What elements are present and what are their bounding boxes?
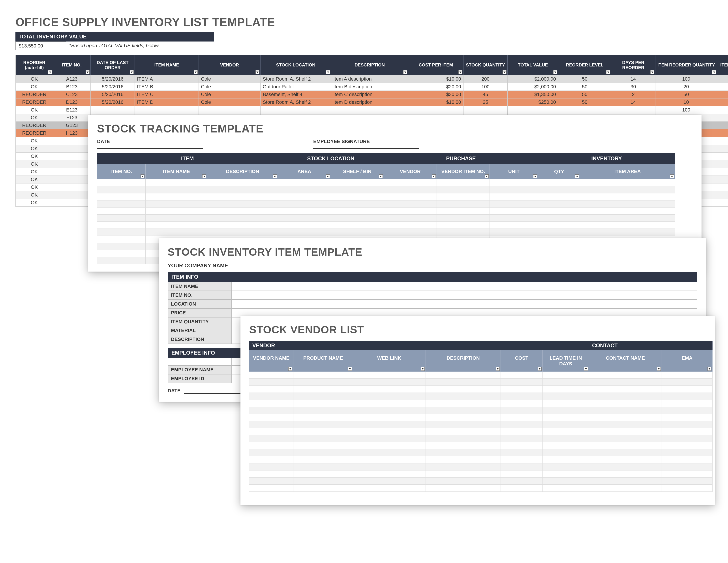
table-cell[interactable] [589,407,662,414]
table-cell[interactable] [331,106,408,114]
table-cell[interactable]: 100 [655,106,717,114]
table-cell[interactable] [662,414,713,421]
table-cell[interactable] [490,222,538,229]
table-cell[interactable] [97,250,146,257]
table-cell[interactable] [53,137,91,145]
table-cell[interactable]: $10.00 [408,75,463,83]
table-cell[interactable] [293,449,353,456]
table-cell[interactable] [331,193,384,200]
table-cell[interactable]: OK [16,83,53,91]
table-cell[interactable] [437,179,490,186]
table-cell[interactable] [490,179,538,186]
table-cell[interactable] [293,463,353,471]
filter-dropdown-icon[interactable] [707,367,711,371]
table-cell[interactable] [662,435,713,442]
table-cell[interactable] [97,193,146,200]
table-cell[interactable]: 2 [611,91,655,98]
table-cell[interactable] [293,485,353,492]
table-cell[interactable] [353,478,426,485]
table-cell[interactable] [249,393,293,400]
table-cell[interactable] [717,145,728,152]
table-cell[interactable] [662,471,713,478]
table-cell[interactable]: Item A description [331,75,408,83]
table-cell[interactable] [662,485,713,492]
table-cell[interactable]: REORDER [16,98,53,106]
column-header[interactable]: REORDER LEVEL [558,55,611,75]
table-cell[interactable]: A123 [53,75,91,83]
filter-dropdown-icon[interactable] [657,367,661,371]
column-header[interactable]: COST PER ITEM [408,55,463,75]
table-cell[interactable] [293,372,353,379]
column-header[interactable]: VENDOR ITEM NO. [437,164,490,179]
table-cell[interactable] [53,176,91,183]
field-value[interactable] [232,282,697,291]
table-cell[interactable] [717,152,728,160]
table-cell[interactable] [249,449,293,456]
table-cell[interactable] [207,179,278,186]
table-cell[interactable]: Cole [199,91,261,98]
table-cell[interactable] [426,471,501,478]
column-header[interactable]: WEB LINK [353,351,426,372]
table-cell[interactable] [543,463,589,471]
column-header[interactable]: EMA [662,351,713,372]
table-cell[interactable] [662,372,713,379]
filter-dropdown-icon[interactable] [326,174,330,178]
table-cell[interactable] [501,421,543,428]
table-cell[interactable] [249,379,293,386]
table-cell[interactable] [293,442,353,449]
table-cell[interactable] [717,91,728,98]
table-cell[interactable] [293,407,353,414]
filter-dropdown-icon[interactable] [670,174,674,178]
table-cell[interactable] [580,193,675,200]
column-header[interactable]: ITEM NO. [53,55,91,75]
table-cell[interactable] [207,200,278,207]
table-cell[interactable] [580,179,675,186]
table-cell[interactable] [426,379,501,386]
table-cell[interactable] [580,214,675,222]
column-header[interactable]: UNIT [490,164,538,179]
table-cell[interactable] [426,449,501,456]
table-cell[interactable] [353,449,426,456]
table-cell[interactable]: OK [16,160,53,168]
table-cell[interactable] [437,214,490,222]
table-cell[interactable]: 200 [463,75,508,83]
table-cell[interactable] [543,421,589,428]
table-cell[interactable] [278,214,331,222]
table-cell[interactable]: 100 [463,83,508,91]
table-cell[interactable]: OK [16,106,53,114]
filter-dropdown-icon[interactable] [650,70,654,74]
table-cell[interactable] [543,428,589,435]
table-cell[interactable] [353,386,426,393]
table-cell[interactable]: 5/20/2016 [91,91,135,98]
table-cell[interactable] [384,186,437,193]
field-value[interactable] [232,300,697,309]
table-cell[interactable] [580,186,675,193]
table-cell[interactable] [580,229,675,236]
filter-dropdown-icon[interactable] [379,174,383,178]
table-cell[interactable]: 50 [655,91,717,98]
table-cell[interactable]: OK [16,199,53,207]
table-cell[interactable]: C123 [53,91,91,98]
table-cell[interactable]: OK [16,176,53,183]
table-cell[interactable]: Item D description [331,98,408,106]
signature-field[interactable] [313,144,419,149]
table-cell[interactable] [384,207,437,214]
table-cell[interactable] [543,449,589,456]
table-cell[interactable]: ITEM A [135,75,199,83]
table-cell[interactable] [97,243,146,250]
table-cell[interactable]: 100 [655,75,717,83]
table-cell[interactable]: OK [16,114,53,122]
table-cell[interactable] [146,222,207,229]
table-cell[interactable]: 30 [611,83,655,91]
table-cell[interactable]: Cole [199,98,261,106]
table-cell[interactable]: OK [16,152,53,160]
filter-dropdown-icon[interactable] [485,174,489,178]
table-cell[interactable] [717,122,728,129]
table-cell[interactable] [501,400,543,407]
table-cell[interactable] [353,485,426,492]
filter-dropdown-icon[interactable] [48,70,52,74]
table-cell[interactable]: 14 [611,75,655,83]
table-cell[interactable] [437,222,490,229]
table-cell[interactable] [717,75,728,83]
table-cell[interactable] [662,456,713,463]
